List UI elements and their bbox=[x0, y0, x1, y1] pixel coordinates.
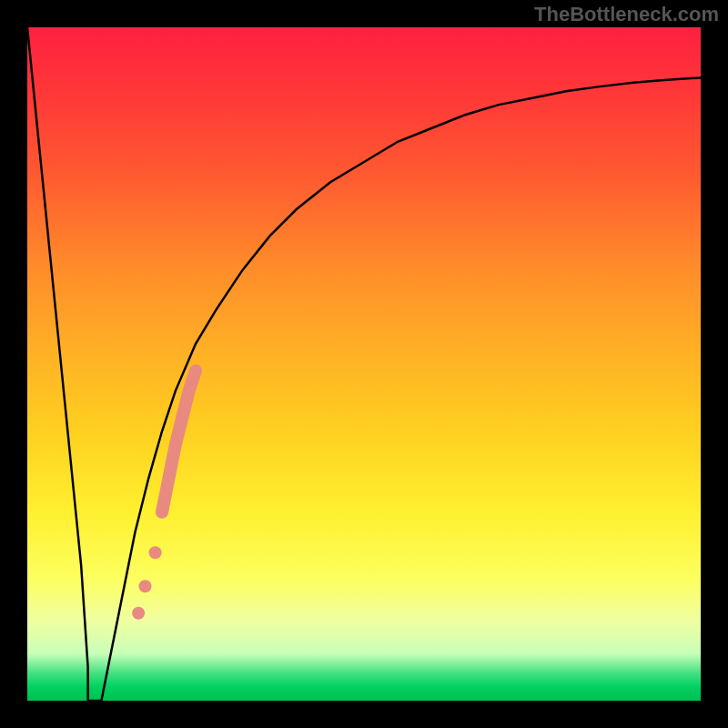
highlight-points bbox=[132, 370, 196, 619]
chart-container: TheBottleneck.com bbox=[0, 0, 728, 728]
svg-point-0 bbox=[132, 607, 145, 620]
watermark-text: TheBottleneck.com bbox=[534, 3, 719, 26]
curve-svg bbox=[27, 27, 701, 701]
svg-point-2 bbox=[149, 546, 162, 559]
plot-area bbox=[27, 27, 701, 701]
bottleneck-curve bbox=[27, 27, 701, 701]
svg-point-1 bbox=[139, 580, 152, 592]
